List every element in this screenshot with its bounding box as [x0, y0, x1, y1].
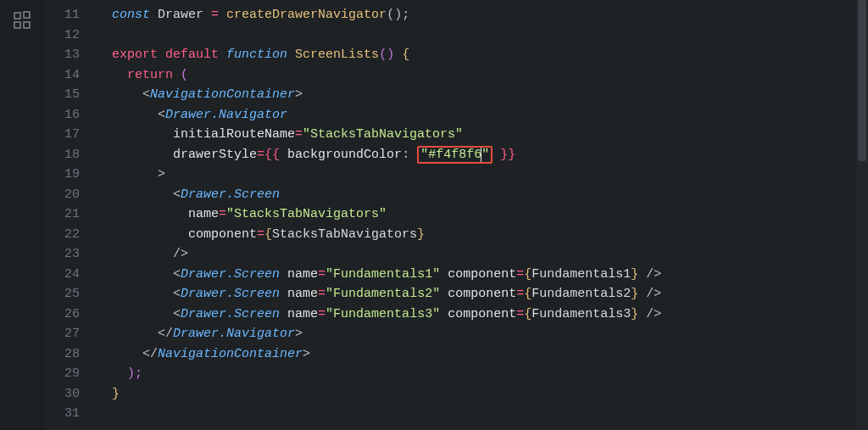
keyword-default: default: [165, 47, 219, 62]
operator: =: [318, 307, 326, 321]
jsx-component: Drawer.Navigator: [165, 108, 287, 122]
operator: =: [219, 207, 226, 221]
angle-close: >: [303, 347, 310, 361]
code-line[interactable]: />: [95, 244, 868, 265]
identifier: Fundamentals1: [531, 267, 631, 282]
string: "Fundamentals2": [326, 287, 440, 301]
code-line[interactable]: <Drawer.Navigator: [95, 105, 868, 126]
brace: {{: [264, 148, 280, 162]
angle-close: >: [295, 87, 303, 102]
code-line[interactable]: const Drawer = createDrawerNavigator();: [95, 5, 868, 25]
angle-close: >: [158, 167, 165, 181]
angle-open: </: [142, 347, 158, 361]
angle-open: <: [173, 267, 181, 282]
paren: (: [181, 68, 188, 82]
jsx-component: Drawer.Screen: [181, 287, 280, 301]
identifier: Fundamentals2: [531, 287, 631, 301]
vertical-scrollbar[interactable]: T: [856, 0, 868, 430]
line-number: 21: [44, 204, 80, 225]
jsx-component: NavigationContainer: [158, 347, 303, 361]
extensions-icon[interactable]: [12, 10, 32, 31]
identifier: Fundamentals3: [531, 307, 631, 321]
code-line[interactable]: >: [95, 165, 868, 185]
paren: (): [379, 47, 394, 62]
line-number: 18: [44, 145, 80, 165]
line-number: 22: [44, 225, 80, 245]
brace: }: [631, 287, 638, 301]
quote: ": [481, 148, 489, 162]
code-line[interactable]: <Drawer.Screen name="Fundamentals2" comp…: [95, 284, 868, 304]
code-line[interactable]: [95, 404, 868, 424]
jsx-attr: component: [188, 227, 257, 242]
string-value: #f4f8f6: [428, 148, 481, 162]
jsx-attr: name: [287, 307, 318, 321]
code-line[interactable]: export default function ScreenLists() {: [95, 45, 868, 65]
brace: }: [631, 267, 638, 282]
operator: =: [318, 267, 326, 282]
brace: {: [524, 287, 531, 301]
colon: :: [402, 148, 409, 162]
line-number: 28: [44, 344, 80, 365]
jsx-component: Drawer.Navigator: [173, 327, 295, 341]
svg-rect-1: [14, 22, 20, 28]
code-line[interactable]: </NavigationContainer>: [95, 344, 868, 365]
jsx-attr: name: [287, 287, 318, 301]
code-line[interactable]: <NavigationContainer>: [95, 85, 868, 105]
code-line[interactable]: );: [95, 364, 868, 384]
code-line[interactable]: drawerStyle={{ backgroundColor: "#f4f8f6…: [95, 145, 868, 165]
line-number: 15: [44, 85, 80, 105]
brace: {: [264, 227, 272, 242]
line-number: 25: [44, 284, 80, 304]
svg-rect-3: [24, 12, 30, 18]
brace: }}: [500, 148, 515, 162]
code-line[interactable]: component={StacksTabNavigators}: [95, 225, 868, 245]
jsx-attr: component: [448, 287, 516, 301]
code-line[interactable]: }: [95, 384, 868, 405]
keyword-return: return: [127, 68, 173, 82]
jsx-component: Drawer.Screen: [181, 267, 280, 282]
code-line[interactable]: <Drawer.Screen: [95, 185, 868, 205]
brace-close: }: [112, 387, 120, 401]
angle-close: >: [295, 327, 303, 341]
angle-open: <: [173, 287, 181, 301]
code-content[interactable]: const Drawer = createDrawerNavigator(); …: [95, 0, 868, 430]
identifier: Drawer: [158, 8, 203, 22]
code-line[interactable]: <Drawer.Screen name="Fundamentals3" comp…: [95, 304, 868, 325]
jsx-attr: name: [188, 207, 219, 221]
string: "Fundamentals3": [326, 307, 440, 321]
line-number: 30: [44, 384, 80, 405]
self-close: />: [173, 247, 188, 261]
operator: =: [211, 8, 219, 22]
punct: ();: [387, 8, 409, 22]
angle-open: <: [173, 187, 181, 202]
annotation-box: "#f4f8f6": [417, 146, 492, 164]
angle-open: <: [173, 307, 181, 321]
self-close: />: [646, 307, 661, 321]
operator: =: [516, 287, 524, 301]
line-number: 19: [44, 165, 80, 185]
code-line[interactable]: name="StacksTabNavigators": [95, 204, 868, 225]
identifier: StacksTabNavigators: [272, 227, 417, 242]
svg-rect-2: [24, 22, 30, 28]
code-editor: 11 12 13 14 15 16 17 18 19 20 21 22 23 2…: [0, 0, 868, 430]
code-line[interactable]: initialRouteName="StacksTabNavigators": [95, 125, 868, 145]
line-number: 14: [44, 65, 80, 86]
line-number: 20: [44, 185, 80, 205]
code-line[interactable]: [95, 25, 868, 46]
line-number: 29: [44, 364, 80, 384]
code-line[interactable]: return (: [95, 65, 868, 86]
quote: ": [420, 148, 428, 162]
code-line[interactable]: </Drawer.Navigator>: [95, 324, 868, 344]
code-line[interactable]: <Drawer.Screen name="Fundamentals1" comp…: [95, 265, 868, 285]
line-number: 27: [44, 324, 80, 344]
keyword-function: function: [226, 47, 287, 62]
line-number: 16: [44, 105, 80, 126]
line-number: 17: [44, 125, 80, 145]
operator: =: [295, 127, 303, 142]
scrollbar-thumb[interactable]: [858, 0, 866, 161]
svg-rect-0: [14, 13, 20, 19]
operator: =: [257, 227, 264, 242]
line-number-gutter: 11 12 13 14 15 16 17 18 19 20 21 22 23 2…: [44, 0, 95, 430]
line-number: 12: [44, 25, 80, 46]
string: "Fundamentals1": [326, 267, 440, 282]
